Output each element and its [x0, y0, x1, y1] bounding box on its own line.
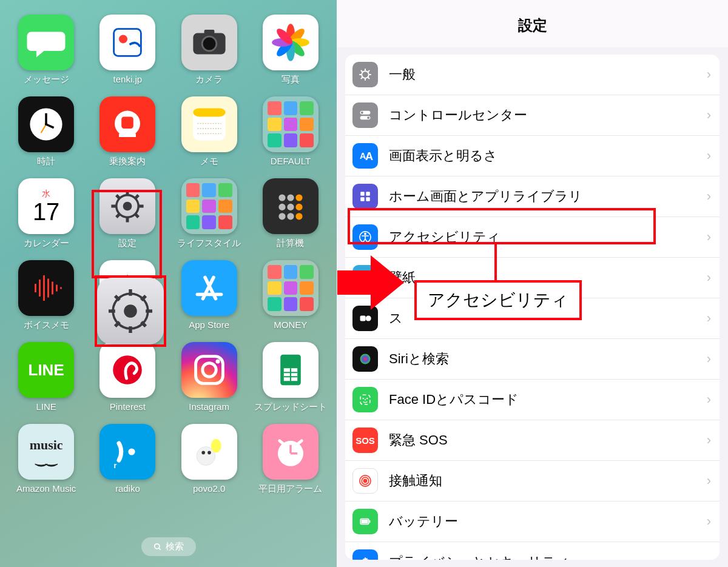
svg-point-42: [295, 204, 302, 210]
svg-line-87: [115, 296, 120, 300]
settings-row-control[interactable]: コントロールセンター›: [345, 95, 720, 136]
settings-row-label: プライバシーとセキュリティ: [389, 553, 707, 560]
svg-rect-4: [204, 30, 214, 35]
app-label: 設定: [118, 238, 136, 249]
chevron-right-icon: ›: [707, 432, 711, 448]
settings-row-homescreen[interactable]: ホーム画面とアプリライブラリ›: [345, 176, 720, 217]
default-icon: [263, 96, 318, 152]
app-notes[interactable]: メモ: [172, 96, 247, 167]
app-transit[interactable]: 乗換案内: [90, 96, 165, 167]
svg-rect-109: [360, 192, 365, 196]
svg-point-114: [364, 233, 366, 235]
settings-row-general[interactable]: 一般›: [345, 55, 720, 95]
svg-point-124: [360, 354, 371, 364]
app-sheets[interactable]: スプレッドシート: [253, 342, 328, 413]
settings-row-privacy[interactable]: プライバシーとセキュリティ›: [345, 542, 720, 560]
calendar-icon: 水17: [18, 178, 74, 234]
svg-point-39: [295, 194, 302, 201]
app-amazonmusic[interactable]: music‿‿Amazon Music: [8, 424, 84, 495]
svg-line-79: [280, 441, 284, 445]
settings-row-battery[interactable]: バッテリー›: [345, 502, 720, 542]
svg-line-101: [361, 78, 363, 79]
svg-line-34: [135, 214, 139, 218]
control-icon: [352, 102, 378, 128]
lifestyle-icon: [181, 178, 237, 234]
app-calculator[interactable]: 計算機: [253, 178, 328, 249]
svg-point-18: [45, 123, 47, 126]
app-settings[interactable]: 設定: [90, 178, 165, 249]
app-messages[interactable]: メッセージ: [8, 15, 84, 86]
svg-rect-110: [366, 192, 370, 196]
svg-point-82: [125, 306, 136, 317]
app-photos[interactable]: 写真: [253, 15, 328, 86]
svg-line-92: [158, 548, 160, 549]
settings-row-sos[interactable]: SOS緊急 SOS›: [345, 420, 720, 461]
app-label: 写真: [281, 74, 300, 86]
camera-icon: [181, 15, 237, 70]
app-label: 乗換案内: [109, 156, 146, 167]
homescreen-icon: [352, 184, 378, 209]
app-lifestyle[interactable]: ライフスタイル: [172, 178, 247, 249]
privacy-icon: [352, 549, 378, 560]
settings-row-label: 接触通知: [389, 472, 707, 490]
arrow-icon: [337, 252, 404, 315]
app-tenki[interactable]: tenki.jp: [90, 15, 165, 86]
callout-accessibility: アクセシビリティ: [414, 280, 582, 320]
app-instagram[interactable]: Instagram: [172, 342, 247, 413]
spotlight-search[interactable]: 検索: [141, 537, 196, 556]
app-label: povo2.0: [193, 483, 225, 494]
chevron-right-icon: ›: [707, 270, 711, 286]
app-pinterest[interactable]: Pinterest: [90, 342, 165, 413]
app-label: Pinterest: [110, 401, 146, 412]
app-calendar[interactable]: 水17カレンダー: [8, 178, 84, 249]
app-alarm[interactable]: 平日用アラーム: [253, 424, 328, 495]
settings-row-label: コントロールセンター: [389, 106, 707, 124]
svg-point-38: [287, 194, 294, 201]
chevron-right-icon: ›: [707, 67, 711, 82]
app-money[interactable]: MONEY: [253, 260, 328, 331]
app-label: Amazon Music: [16, 483, 76, 494]
siri-icon: [352, 346, 378, 372]
svg-line-35: [116, 214, 120, 218]
app-clock[interactable]: 時計: [8, 96, 84, 167]
app-label: DEFAULT: [271, 156, 311, 166]
display-icon: AA: [352, 143, 378, 169]
app-label: Instagram: [189, 401, 229, 412]
chevron-right-icon: ›: [707, 392, 711, 408]
pinterest-icon: [99, 342, 155, 398]
svg-text:A: A: [365, 150, 373, 163]
settings-row-label: 緊急 SOS: [389, 431, 707, 449]
app-radiko[interactable]: rradiko: [90, 424, 165, 495]
svg-line-80: [297, 441, 302, 445]
app-label: メッセージ: [24, 74, 69, 86]
app-voicememo[interactable]: ボイスメモ: [8, 260, 84, 331]
settings-row-faceid[interactable]: Face IDとパスコード›: [345, 380, 720, 420]
settings-row-label: 画面表示と明るさ: [389, 147, 707, 165]
sheets-icon: [263, 342, 318, 398]
photos-icon: [263, 15, 318, 70]
app-line[interactable]: LINELINE: [8, 342, 84, 413]
svg-text:r: r: [114, 461, 117, 470]
settings-icon: [99, 178, 155, 234]
settings-row-label: ホーム画面とアプリライブラリ: [389, 187, 707, 206]
svg-point-3: [202, 36, 217, 51]
app-label: MONEY: [274, 320, 307, 330]
app-povo[interactable]: povo2.0: [172, 424, 247, 495]
settings-row-display[interactable]: AA画面表示と明るさ›: [345, 136, 720, 176]
svg-point-37: [278, 194, 285, 201]
settings-row-label: Siriと検索: [389, 350, 707, 368]
svg-point-28: [124, 203, 131, 209]
clock-icon: [18, 96, 74, 152]
settings-row-label: アクセシビリティ: [389, 228, 707, 246]
app-appstore[interactable]: App Store: [172, 260, 247, 331]
settings-row-exposure[interactable]: 接触通知›: [345, 461, 720, 502]
app-default[interactable]: DEFAULT: [253, 96, 328, 167]
calendar-daynum: 17: [33, 200, 60, 224]
highlight-settings-enlarged: [95, 275, 166, 347]
settings-row-siri[interactable]: Siriと検索›: [345, 339, 720, 380]
svg-marker-93: [337, 255, 404, 310]
svg-line-90: [141, 296, 146, 300]
sos-icon: SOS: [352, 428, 378, 453]
appstore-icon: [181, 260, 237, 316]
app-camera[interactable]: カメラ: [172, 15, 247, 86]
